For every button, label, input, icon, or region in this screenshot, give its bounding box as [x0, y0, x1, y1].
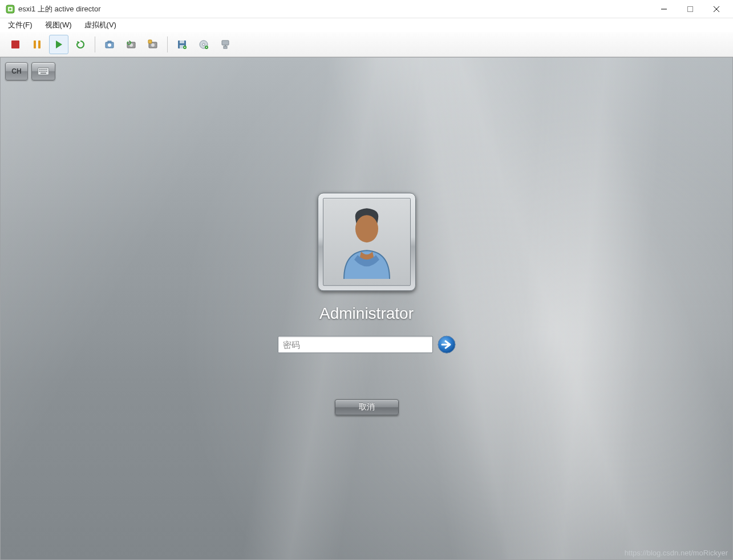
keyboard-icon: [38, 67, 49, 75]
svg-rect-30: [42, 69, 43, 70]
pause-button[interactable]: [27, 35, 47, 54]
svg-rect-36: [42, 71, 43, 72]
maximize-button[interactable]: [677, 1, 703, 18]
vm-console[interactable]: CH: [0, 57, 733, 560]
svg-rect-39: [46, 71, 47, 72]
svg-rect-35: [41, 71, 42, 72]
minimize-button[interactable]: [651, 1, 677, 18]
svg-rect-33: [46, 69, 47, 70]
menu-vm[interactable]: 虚拟机(V): [82, 19, 119, 31]
menu-file[interactable]: 文件(F): [6, 19, 35, 31]
toolbar-separator: [167, 36, 168, 52]
onscreen-keyboard-button[interactable]: [31, 62, 55, 80]
login-panel: Administrator: [278, 193, 456, 415]
svg-rect-40: [41, 73, 46, 74]
svg-point-22: [203, 43, 205, 46]
svg-rect-34: [39, 71, 41, 72]
floppy-button[interactable]: [172, 35, 192, 54]
play-button[interactable]: [49, 35, 68, 54]
ime-language-button[interactable]: CH: [5, 62, 28, 80]
manage-snapshots-button[interactable]: [143, 35, 163, 54]
menu-view[interactable]: 视图(W): [43, 19, 74, 31]
svg-rect-10: [108, 41, 111, 43]
password-input[interactable]: [278, 336, 433, 353]
svg-rect-16: [148, 40, 152, 43]
svg-rect-31: [43, 69, 44, 70]
svg-rect-28: [39, 69, 41, 70]
svg-rect-38: [45, 71, 46, 72]
stop-button[interactable]: [6, 35, 25, 54]
svg-point-41: [355, 215, 378, 242]
title-bar: esxi1 上的 active director: [0, 0, 733, 18]
svg-rect-18: [180, 40, 184, 43]
svg-rect-29: [41, 69, 42, 70]
avatar-frame: [318, 193, 416, 291]
revert-snapshot-button[interactable]: [122, 35, 141, 54]
toolbar: [0, 32, 733, 57]
svg-rect-24: [222, 40, 229, 45]
watermark-text: https://blog.csdn.net/moRickyer: [625, 549, 728, 557]
svg-point-15: [151, 43, 155, 47]
reset-button[interactable]: [71, 35, 90, 54]
svg-marker-7: [56, 40, 62, 48]
arrow-right-circle-icon: [438, 335, 456, 354]
snapshot-button[interactable]: [100, 35, 119, 54]
cancel-label: 取消: [359, 402, 375, 411]
svg-rect-37: [43, 71, 44, 72]
app-icon: [6, 5, 15, 14]
svg-rect-3: [688, 6, 693, 11]
svg-rect-5: [34, 40, 36, 48]
cd-button[interactable]: [194, 35, 213, 54]
window-title: esxi1 上的 active director: [18, 4, 651, 14]
user-avatar-icon: [333, 205, 401, 279]
cancel-button[interactable]: 取消: [335, 399, 399, 415]
network-button[interactable]: [216, 35, 235, 54]
toolbar-separator: [95, 36, 95, 52]
ime-label: CH: [11, 67, 21, 75]
svg-rect-4: [11, 40, 19, 48]
menu-bar: 文件(F) 视图(W) 虚拟机(V): [0, 18, 733, 32]
svg-point-11: [108, 43, 111, 47]
svg-rect-25: [224, 46, 227, 48]
svg-rect-6: [38, 40, 41, 48]
username-label: Administrator: [319, 305, 414, 323]
svg-point-2: [9, 8, 11, 10]
svg-rect-32: [45, 69, 46, 70]
login-submit-button[interactable]: [438, 335, 456, 354]
close-button[interactable]: [703, 1, 730, 18]
